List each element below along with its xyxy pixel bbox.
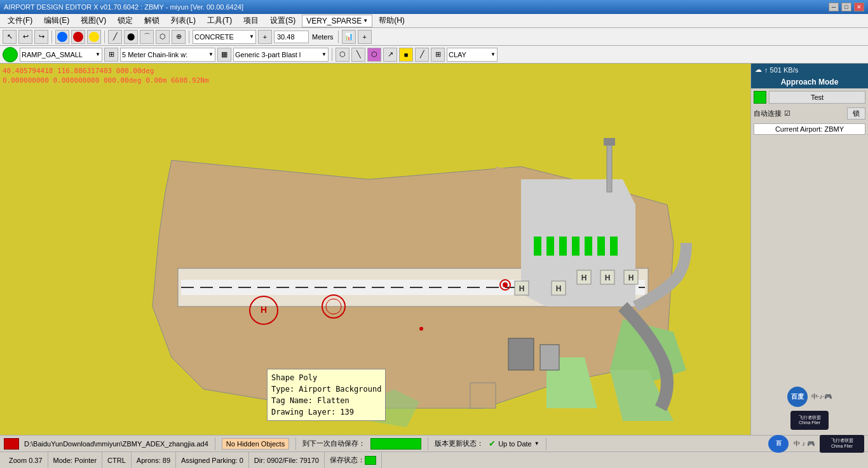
- minimize-button[interactable]: ─: [829, 3, 839, 11]
- svg-text:H: H: [261, 305, 267, 315]
- svg-text:H: H: [581, 273, 587, 282]
- close-poly-button[interactable]: ⬡: [156, 30, 170, 44]
- autosave-progress: [370, 438, 421, 450]
- titlebar-controls: ─ □ ✕: [829, 3, 864, 11]
- baidu-logo-bottom: 百: [768, 435, 789, 453]
- right-panel: ☁ ↑ 501 KB/s Approach Mode Test 自动连接 ☑ 锁…: [750, 64, 868, 435]
- ctrl-label: CTRL: [107, 457, 126, 464]
- surface-add-button[interactable]: +: [258, 30, 272, 44]
- main-area: 40.405794418 116.886317403 000.00deg 0.0…: [0, 64, 868, 435]
- svg-rect-33: [540, 345, 559, 370]
- menubar: 文件(F) 编辑(E) 视图(V) 锁定 解锁 列表(L) 工具(T) 项目 设…: [0, 14, 868, 28]
- lock-button[interactable]: 锁: [847, 107, 865, 120]
- network-speed-bar: ☁ ↑ 501 KB/s: [751, 64, 868, 76]
- svg-rect-15: [610, 237, 618, 256]
- yellow-circle-button[interactable]: [87, 30, 101, 44]
- tooltip-line2: Type: Airport Background: [271, 383, 381, 395]
- china-flier-bottom: 飞行者联盟China Flier: [820, 435, 864, 453]
- aprons-label: Aprons: 89: [137, 457, 170, 464]
- status-separator2: [295, 437, 296, 450]
- menu-file[interactable]: 文件(F): [3, 14, 37, 27]
- titlebar-title: AIRPORT DESIGN EDITOR X v01.70.6042 : ZB…: [4, 3, 243, 11]
- extra-tool-button[interactable]: ⊕: [172, 30, 186, 44]
- menu-list[interactable]: 列表(L): [166, 14, 201, 27]
- plus-button[interactable]: +: [358, 30, 372, 44]
- blast-dropdown[interactable]: Generic 3-part Blast l ▼: [233, 48, 329, 62]
- menu-project[interactable]: 项目: [238, 14, 264, 27]
- checkbox-icon[interactable]: ☑: [784, 109, 790, 118]
- svg-rect-11: [559, 237, 567, 256]
- close-button[interactable]: ✕: [854, 3, 864, 11]
- unit-label: Meters: [311, 33, 335, 41]
- save-state-cell: 保存状态：: [325, 452, 382, 468]
- update-status-text: Up to Date: [498, 440, 532, 448]
- draw-line-button[interactable]: ╱: [108, 30, 122, 44]
- mode-label: Mode: Pointer: [53, 457, 97, 464]
- china-flier-logo: 飞行者联盟China Flier: [790, 411, 829, 430]
- poly-button[interactable]: ⬡: [336, 48, 349, 62]
- redo-button[interactable]: ↪: [34, 30, 48, 44]
- svg-rect-14: [597, 237, 605, 256]
- properties-button[interactable]: ⊞: [431, 48, 445, 62]
- menu-tools[interactable]: 工具(T): [202, 14, 237, 27]
- dropdown-arrow-icon: ▼: [363, 18, 368, 24]
- cloud-icon: ☁: [755, 65, 762, 74]
- auto-connect-row: 自动连接 ☑ 锁: [751, 106, 868, 121]
- baidu-icons-bottom: 中 ♪ 🎮: [794, 439, 815, 448]
- update-status: ✔ Up to Date ▼: [489, 439, 539, 448]
- mode-cell: Mode: Pointer: [48, 452, 102, 468]
- dir-file-label: Dir: 0902/File: 79170: [254, 457, 319, 464]
- baidu-icon: 百度: [787, 387, 808, 407]
- menu-lock[interactable]: 锁定: [112, 14, 138, 27]
- menu-view[interactable]: 视图(V): [76, 14, 111, 27]
- menu-help[interactable]: 帮助(H): [374, 14, 410, 27]
- line-button[interactable]: ╲: [351, 48, 365, 62]
- bottom-logo-area: 百 中 ♪ 🎮 飞行者联盟China Flier: [768, 435, 864, 453]
- grid-view-button[interactable]: ⊞: [104, 48, 118, 62]
- svg-rect-35: [604, 138, 615, 146]
- baidu-text: 中·♪·🎮: [811, 392, 832, 401]
- gauge-button[interactable]: 📊: [342, 30, 356, 44]
- diagonal-button[interactable]: ╱: [415, 48, 429, 62]
- yellow-square-button[interactable]: ■: [399, 48, 413, 62]
- test-button[interactable]: Test: [769, 91, 865, 104]
- svg-rect-36: [470, 383, 496, 408]
- statusbar1: D:\BaiduYunDownload\mmiyun\ZBMY_ADEX_zha…: [0, 435, 868, 451]
- undo-button[interactable]: ↩: [18, 30, 32, 44]
- menu-edit[interactable]: 编辑(E): [39, 14, 74, 27]
- update-dropdown-arrow-icon[interactable]: ▼: [534, 441, 539, 446]
- canvas-area[interactable]: 40.405794418 116.886317403 000.00deg 0.0…: [0, 64, 750, 435]
- auto-connect-label: 自动连接: [754, 109, 782, 118]
- toolbar1: ↖ ↩ ↪ ╱ ⬤ ⌒ ⬡ ⊕ CONCRETE ▼ + Meters 📊 +: [0, 28, 868, 46]
- menu-unlock[interactable]: 解锁: [139, 14, 165, 27]
- ramp-type-dropdown[interactable]: RAMP_GA_SMALL ▼: [20, 48, 102, 62]
- maximize-button[interactable]: □: [841, 3, 851, 11]
- svg-text:H: H: [605, 273, 611, 282]
- hidden-objects-label: No Hidden Objects: [222, 438, 289, 450]
- checkmark-icon: ✔: [489, 439, 496, 448]
- svg-rect-32: [508, 338, 534, 370]
- fence-dropdown[interactable]: 5 Meter Chain-link w: ▼: [120, 48, 215, 62]
- menu-settings[interactable]: 设置(S): [265, 14, 301, 27]
- titlebar: AIRPORT DESIGN EDITOR X v01.70.6042 : ZB…: [0, 0, 868, 14]
- cursor-tool-button[interactable]: ↖: [3, 30, 17, 44]
- surface-dropdown-arrow-icon: ▼: [249, 34, 254, 39]
- zoom-label: Zoom 0.37: [9, 457, 43, 464]
- update-label: 版本更新状态：: [435, 439, 484, 448]
- svg-rect-12: [572, 237, 580, 256]
- blue-circle-button[interactable]: [55, 30, 69, 44]
- green-indicator: [3, 47, 18, 62]
- value-input[interactable]: [274, 31, 309, 43]
- curve-button[interactable]: ⌒: [140, 30, 154, 44]
- surface-dropdown[interactable]: CONCRETE ▼: [193, 30, 256, 44]
- red-circle-button[interactable]: [71, 30, 85, 44]
- pattern-button[interactable]: ▦: [217, 48, 231, 62]
- tooltip-line4: Drawing Layer: 139: [271, 406, 381, 418]
- draw-node-button[interactable]: ⬤: [124, 30, 138, 44]
- hex-button[interactable]: ⬡: [367, 48, 381, 62]
- material-dropdown[interactable]: CLAY ▼: [447, 48, 498, 62]
- very-sparse-dropdown[interactable]: VERY_SPARSE ▼: [302, 15, 372, 27]
- save-state-label: 保存状态：: [330, 455, 365, 465]
- arrow-button[interactable]: ↗: [383, 48, 397, 62]
- status-separator4: [546, 437, 546, 450]
